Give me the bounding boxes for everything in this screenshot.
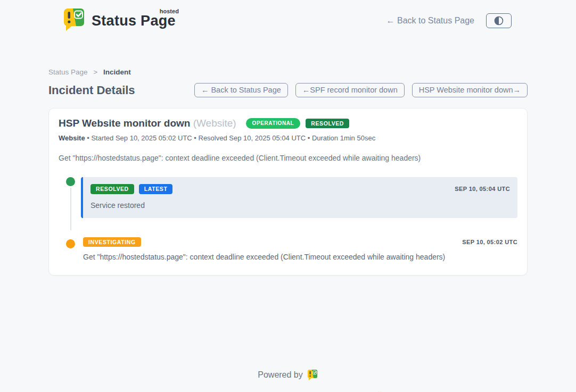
theme-toggle-button[interactable] <box>486 13 512 28</box>
timeline-entry-card: RESOLVED LATEST SEP 10, 05:04 UTC Servic… <box>81 177 517 218</box>
incident-title-text: HSP Website monitor down <box>59 118 190 129</box>
incident-meta-details: • Started Sep 10, 2025 05:02 UTC • Resol… <box>85 134 376 142</box>
breadcrumb-separator: > <box>93 68 97 76</box>
statuspage-mini-logo-icon[interactable] <box>307 369 318 381</box>
timeline-dot-green <box>66 177 75 186</box>
brand-logo[interactable]: Status Page hosted <box>63 7 176 34</box>
powered-by: Powered by <box>0 369 576 381</box>
breadcrumb-status-page[interactable]: Status Page <box>48 68 88 76</box>
resolved-status-badge: RESOLVED <box>306 119 349 129</box>
timeline-message: Service restored <box>90 201 510 210</box>
title-row: Incident Details ← Back to Status Page ←… <box>48 83 528 97</box>
resolved-badge: RESOLVED <box>90 184 134 194</box>
timeline-entry-card: INVESTIGATING SEP 10, 05:02 UTC Get "htt… <box>81 237 517 262</box>
incident-meta: Website • Started Sep 10, 2025 05:02 UTC… <box>59 134 517 142</box>
header: Status Page hosted ← Back to Status Page <box>0 0 576 34</box>
incident-meta-component: Website <box>59 134 85 142</box>
main-content: Status Page > Incident Incident Details … <box>48 68 528 276</box>
incident-description: Get "https://hostedstatus.page": context… <box>59 154 517 162</box>
timeline-entry-resolved: RESOLVED LATEST SEP 10, 05:04 UTC Servic… <box>59 177 517 218</box>
incident-card: HSP Website monitor down (Website) OPERA… <box>48 108 528 276</box>
timeline-timestamp: SEP 10, 05:04 UTC <box>455 186 510 192</box>
incident-timeline: RESOLVED LATEST SEP 10, 05:04 UTC Servic… <box>59 177 517 261</box>
incident-component: (Website) <box>193 118 236 129</box>
next-incident-button[interactable]: HSP Website monitor down→ <box>412 83 528 97</box>
timeline-message: Get "https://hostedstatus.page": context… <box>83 253 517 261</box>
breadcrumb: Status Page > Incident <box>48 68 528 76</box>
back-to-status-page-button[interactable]: ← Back to Status Page <box>194 83 288 97</box>
statuspage-logo-icon <box>63 7 86 34</box>
brand-title: Status Page hosted <box>92 13 176 29</box>
breadcrumb-incident: Incident <box>103 68 131 76</box>
incident-nav-buttons: ← Back to Status Page ←SPF record monito… <box>194 83 528 97</box>
timeline-entry-header: INVESTIGATING SEP 10, 05:02 UTC <box>83 237 517 247</box>
latest-badge: LATEST <box>139 184 173 194</box>
incident-title-row: HSP Website monitor down (Website) OPERA… <box>59 118 517 129</box>
brand-superscript: hosted <box>160 8 179 14</box>
brand-name: Status Page <box>92 13 176 29</box>
timeline-timestamp: SEP 10, 05:02 UTC <box>462 239 517 245</box>
powered-by-label: Powered by <box>258 370 303 380</box>
back-to-status-page-link[interactable]: ← Back to Status Page <box>386 16 474 26</box>
timeline-dot-orange <box>66 239 75 248</box>
contrast-half-circle-icon <box>493 15 505 27</box>
footer: Powered by © 2025-10-08 14:10:34.772084 … <box>0 369 576 392</box>
operational-status-badge: OPERATIONAL <box>246 118 301 129</box>
timeline-connector-line <box>70 188 71 230</box>
investigating-badge: INVESTIGATING <box>83 237 141 247</box>
page-root: Status Page hosted ← Back to Status Page… <box>0 0 576 392</box>
header-actions: ← Back to Status Page <box>386 13 512 28</box>
page-title: Incident Details <box>48 84 135 97</box>
prev-incident-button[interactable]: ←SPF record monitor down <box>295 83 405 97</box>
incident-title: HSP Website monitor down (Website) <box>59 118 236 129</box>
timeline-entry-header: RESOLVED LATEST SEP 10, 05:04 UTC <box>90 184 510 194</box>
timeline-entry-investigating: INVESTIGATING SEP 10, 05:02 UTC Get "htt… <box>59 237 517 262</box>
